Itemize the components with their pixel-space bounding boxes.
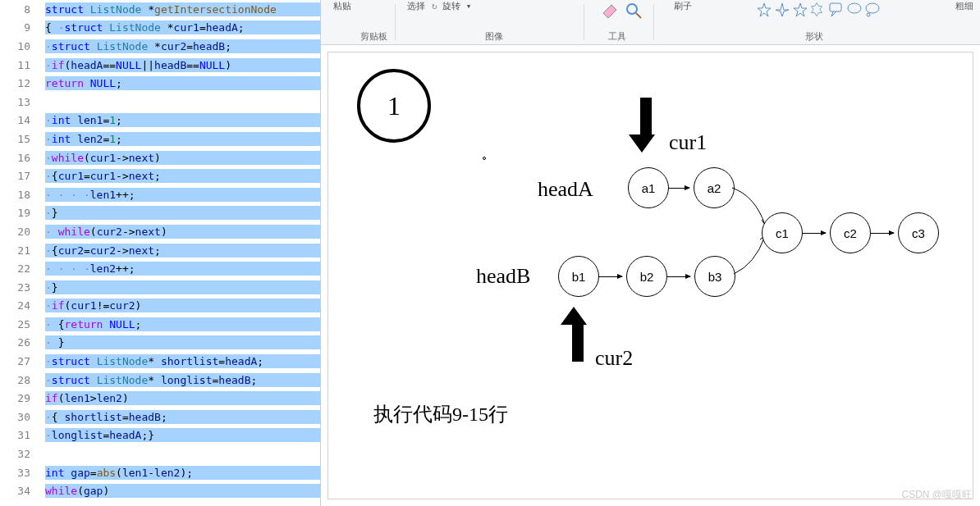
code-content[interactable]: ·int len1=1; [45, 113, 320, 127]
code-content[interactable]: ·if(headA==NULL||headB==NULL) [45, 58, 320, 72]
code-line[interactable]: 21·{cur2=cur2->next; [0, 241, 320, 260]
code-content[interactable]: · · · ·len1++; [45, 188, 320, 202]
code-line[interactable]: 22· · · ·len2++; [0, 259, 320, 278]
code-content[interactable]: · · · ·len2++; [45, 262, 320, 276]
code-content[interactable] [45, 454, 320, 455]
clipboard-group-label: 剪贴板 [360, 30, 387, 43]
line-number: 29 [0, 392, 45, 404]
code-line[interactable]: 13 [0, 93, 320, 112]
paint-app: 粘贴 选择 ↻ 旋转 ▾ 刷子 粗细 剪贴板 图像 工具 形状 [320, 0, 980, 506]
node-b3: b3 [694, 256, 735, 297]
code-line[interactable]: 20· while(cur2->next) [0, 222, 320, 241]
line-number: 14 [0, 114, 45, 126]
star5-icon[interactable] [792, 2, 808, 18]
code-line[interactable]: 23·} [0, 278, 320, 297]
line-number: 28 [0, 374, 45, 386]
code-line[interactable]: 11·if(headA==NULL||headB==NULL) [0, 56, 320, 75]
line-number: 17 [0, 170, 45, 182]
line-number: 26 [0, 336, 45, 349]
code-content[interactable]: ·if(cur1!=cur2) [45, 299, 320, 312]
paste-label[interactable]: 粘贴 [333, 0, 351, 12]
callout3-icon[interactable] [864, 2, 881, 18]
code-content[interactable]: · } [45, 335, 320, 349]
line-number: 24 [0, 299, 45, 312]
svg-line-1 [636, 13, 641, 18]
line-number: 23 [0, 281, 45, 294]
node-c2: c2 [830, 212, 871, 253]
ribbon-toolbar[interactable]: 粘贴 选择 ↻ 旋转 ▾ 刷子 粗细 剪贴板 图像 工具 形状 [321, 0, 980, 45]
line-number: 20 [0, 226, 45, 238]
shape-gallery[interactable] [756, 2, 881, 18]
svg-point-4 [866, 3, 879, 13]
line-number: 8 [0, 3, 45, 16]
code-line[interactable]: 16·while(cur1->next) [0, 148, 320, 167]
code-content[interactable]: ·} [45, 206, 320, 220]
rotate-label[interactable]: ↻ 旋转 ▾ [432, 0, 472, 12]
canvas[interactable]: 1 cur1 headA a1 a2 headB b1 b2 b3 c1 c2 … [327, 52, 973, 499]
code-editor[interactable]: 8struct ListNode *getIntersectionNode9{ … [0, 0, 320, 506]
small-dot [483, 157, 486, 160]
code-line[interactable]: 34while(gap) [0, 481, 320, 500]
code-content[interactable]: while(gap) [45, 484, 320, 498]
code-content[interactable]: struct ListNode *getIntersectionNode [45, 2, 320, 16]
thin-label[interactable]: 粗细 [955, 0, 973, 12]
code-line[interactable]: 8struct ListNode *getIntersectionNode [0, 0, 320, 19]
eraser-icon[interactable] [600, 2, 620, 21]
code-content[interactable]: ·{cur2=cur2->next; [45, 244, 320, 258]
line-number: 27 [0, 355, 45, 367]
select-label[interactable]: 选择 [407, 0, 425, 12]
line-number: 30 [0, 411, 45, 423]
code-content[interactable]: ·struct ListNode* longlist=headB; [45, 373, 320, 387]
line-number: 33 [0, 467, 45, 479]
code-line[interactable]: 26· } [0, 334, 320, 353]
star4-icon[interactable] [774, 2, 790, 18]
code-line[interactable]: 10·struct ListNode *cur2=headB; [0, 37, 320, 56]
code-line[interactable]: 25· {return NULL; [0, 315, 320, 334]
code-line[interactable]: 15·int len2=1; [0, 130, 320, 148]
line-number: 34 [0, 485, 45, 497]
code-line[interactable]: 12return NULL; [0, 74, 320, 93]
code-content[interactable]: · while(cur2->next) [45, 225, 320, 239]
code-line[interactable]: 24·if(cur1!=cur2) [0, 297, 320, 316]
code-content[interactable]: · {return NULL; [45, 317, 320, 331]
code-line[interactable]: 32 [0, 444, 320, 463]
code-content[interactable]: ·} [45, 280, 320, 294]
code-content[interactable]: int gap=abs(len1-len2); [45, 466, 320, 480]
code-content[interactable]: ·struct ListNode *cur2=headB; [45, 39, 320, 53]
code-line[interactable]: 9{ ·struct ListNode *cur1=headA; [0, 19, 320, 38]
line-number: 10 [0, 40, 45, 52]
code-line[interactable]: 33int gap=abs(len1-len2); [0, 463, 320, 482]
code-content[interactable]: if(len1>len2) [45, 391, 320, 405]
magnifier-icon[interactable] [625, 2, 643, 22]
star6-icon[interactable] [810, 2, 827, 18]
code-line[interactable]: 17·{cur1=cur1->next; [0, 166, 320, 185]
brush-label[interactable]: 刷子 [674, 0, 692, 12]
cur1-arrow [636, 98, 655, 153]
code-line[interactable]: 19·} [0, 204, 320, 223]
code-content[interactable]: ·{cur1=cur1->next; [45, 169, 320, 183]
code-content[interactable]: ·int len2=1; [45, 132, 320, 146]
line-number: 9 [0, 21, 45, 34]
code-line[interactable]: 31·longlist=headA;} [0, 426, 320, 445]
callout2-icon[interactable] [846, 2, 863, 18]
code-content[interactable]: ·struct ListNode* shortlist=headA; [45, 354, 320, 368]
svg-rect-2 [830, 3, 841, 11]
code-line[interactable]: 29if(len1>len2) [0, 389, 320, 408]
code-line[interactable]: 30·{ shortlist=headB; [0, 408, 320, 426]
code-line[interactable]: 18· · · ·len1++; [0, 185, 320, 204]
code-content[interactable]: ·while(cur1->next) [45, 151, 320, 165]
code-line[interactable]: 27·struct ListNode* shortlist=headA; [0, 352, 320, 371]
code-content[interactable]: return NULL; [45, 76, 320, 90]
headB-label: headB [476, 264, 530, 289]
code-content[interactable]: ·{ shortlist=headB; [45, 410, 320, 424]
star-icon[interactable] [756, 2, 772, 18]
code-content[interactable] [45, 101, 320, 103]
code-line[interactable]: 28·struct ListNode* longlist=headB; [0, 371, 320, 390]
callout-icon[interactable] [828, 2, 845, 18]
code-content[interactable]: { ·struct ListNode *cur1=headA; [45, 21, 320, 34]
node-a1: a1 [628, 167, 669, 208]
node-c1: c1 [762, 212, 803, 253]
code-content[interactable]: ·longlist=headA;} [45, 428, 320, 442]
code-line[interactable]: 14·int len1=1; [0, 112, 320, 130]
node-a2: a2 [694, 167, 735, 208]
